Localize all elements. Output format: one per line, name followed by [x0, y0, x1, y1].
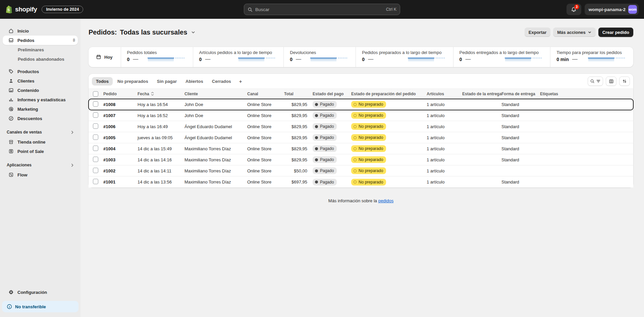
- sidebar-item-settings[interactable]: Configuración: [3, 287, 78, 297]
- learn-more-link[interactable]: pedidos: [378, 198, 394, 203]
- chevron-right-icon[interactable]: [70, 163, 74, 167]
- sidebar-item-descuentos[interactable]: Descuentos: [3, 114, 78, 123]
- order-row-1002[interactable]: #100214 dic a las 14:11Maximiliano Torre…: [89, 165, 633, 176]
- date-range-button[interactable]: Hoy: [89, 47, 121, 67]
- sidebar-item-informes-y-estad-sticas[interactable]: Informes y estadísticas: [3, 95, 78, 104]
- sidebar-item-productos[interactable]: Productos: [3, 67, 78, 76]
- plan-banner[interactable]: No transferible: [2, 301, 78, 312]
- metric-trend-dash: —: [572, 56, 578, 62]
- metric-5[interactable]: Pedidos entregados a lo largo del tiempo…: [453, 47, 550, 67]
- metric-1[interactable]: Pedidos totales0—: [121, 47, 193, 67]
- tab-cerrados[interactable]: Cerrados: [208, 77, 235, 86]
- sparkline-chart: [408, 56, 447, 62]
- shopify-logo[interactable]: S shopify: [5, 5, 37, 14]
- metric-3[interactable]: Devoluciones0—: [283, 47, 356, 67]
- channel-cell: Online Store: [247, 157, 284, 162]
- fulfillment-status-cell: No preparado: [351, 167, 427, 174]
- column-header[interactable]: Fecha: [138, 92, 184, 96]
- more-actions-button[interactable]: Más acciones: [553, 28, 596, 37]
- sort-carets-icon[interactable]: [151, 92, 154, 96]
- order-date-cell: Hoy a las 16:54: [138, 102, 184, 107]
- customer-cell: Ángel Eduardo Dudamel: [184, 135, 247, 140]
- order-date-cell: jueves a las 09:05: [138, 135, 184, 140]
- row-checkbox[interactable]: [93, 112, 98, 118]
- order-row-1008[interactable]: #1008Hoy a las 16:54John DoeOnline Store…: [89, 99, 633, 110]
- columns-icon: [609, 79, 614, 84]
- column-header[interactable]: Estado de preparación del pedido: [351, 92, 427, 96]
- order-row-1006[interactable]: #1006Hoy a las 16:49Ángel Eduardo Dudame…: [89, 121, 633, 132]
- sidebar-subitem-pedidos-abandonados[interactable]: Pedidos abandonados: [3, 54, 78, 64]
- metric-2[interactable]: Artículos pedidos a lo largo de tiempo0—: [193, 47, 284, 67]
- sidebar-item-contenido[interactable]: Contenido: [3, 86, 78, 95]
- sidebar-item-tienda-online[interactable]: Tienda online: [3, 137, 78, 147]
- order-row-1004[interactable]: #100414 dic a las 15:49Maximiliano Torre…: [89, 143, 633, 154]
- sidebar: InicioPedidos8PreliminaresPedidos abando…: [0, 19, 80, 317]
- channel-cell: Online Store: [247, 102, 284, 107]
- sidebar-section-canales-de-ventas[interactable]: Canales de ventas: [3, 128, 78, 137]
- row-checkbox[interactable]: [93, 123, 98, 129]
- sidebar-item-label: Pedidos: [17, 38, 35, 43]
- sidebar-item-flow[interactable]: Flow: [3, 170, 78, 179]
- order-row-1001[interactable]: #100114 dic a las 13:56Maximiliano Torre…: [89, 176, 633, 188]
- export-button[interactable]: Exportar: [525, 28, 550, 37]
- notifications-button[interactable]: 3: [567, 4, 581, 15]
- metric-4[interactable]: Pedidos preparados a lo largo del tiempo…: [356, 47, 453, 67]
- create-order-button[interactable]: Crear pedido: [598, 28, 633, 37]
- sparkline-chart: [588, 56, 627, 62]
- sidebar-section-aplicaciones[interactable]: Aplicaciones: [3, 161, 78, 169]
- column-header[interactable]: Estado del pago: [313, 92, 351, 96]
- sidebar-item-marketing[interactable]: Marketing: [3, 104, 78, 114]
- row-checkbox[interactable]: [93, 135, 98, 140]
- row-checkbox[interactable]: [93, 157, 98, 162]
- add-view-tab-button[interactable]: +: [236, 77, 246, 85]
- global-search[interactable]: Ctrl K: [244, 4, 400, 15]
- column-header[interactable]: Artículos: [427, 92, 462, 96]
- order-row-1003[interactable]: #100314 dic a las 14:16Maximiliano Torre…: [89, 154, 633, 165]
- payment-status-badge: Pagado: [313, 179, 337, 186]
- payment-status-badge: Pagado: [313, 134, 337, 141]
- channel-cell: Online Store: [247, 179, 284, 184]
- open-circle-icon: [354, 169, 357, 172]
- sidebar-item-inicio[interactable]: Inicio: [3, 26, 78, 36]
- chevron-right-icon[interactable]: [70, 130, 74, 135]
- metric-6[interactable]: Tiempo para preparar los pedidos0 min—: [550, 47, 633, 67]
- column-header[interactable]: Etiquetas: [540, 92, 633, 96]
- sidebar-item-label: Inicio: [17, 29, 29, 34]
- row-checkbox[interactable]: [93, 101, 98, 107]
- tab-abiertos[interactable]: Abiertos: [181, 77, 207, 86]
- order-row-1007[interactable]: #1007Hoy a las 16:52John DoeOnline Store…: [89, 110, 633, 121]
- plan-banner-label: No transferible: [15, 304, 46, 309]
- search-filter-button[interactable]: [588, 76, 603, 86]
- sidebar-item-clientes[interactable]: Clientes: [3, 76, 78, 86]
- store-menu[interactable]: wompi-panama-2 wom: [585, 4, 639, 15]
- select-all-checkbox[interactable]: [93, 91, 98, 97]
- sidebar-item-point-of-sale[interactable]: Point of Sale: [3, 147, 78, 156]
- order-row-1005[interactable]: #1005jueves a las 09:05Ángel Eduardo Dud…: [89, 132, 633, 143]
- open-circle-icon: [354, 147, 357, 150]
- row-checkbox[interactable]: [93, 146, 98, 151]
- order-date-cell: 14 dic a las 15:49: [138, 146, 184, 151]
- column-header[interactable]: Pedido: [103, 92, 138, 96]
- search-input[interactable]: [255, 7, 383, 12]
- chevron-down-icon[interactable]: [191, 30, 196, 35]
- column-header[interactable]: Cliente: [184, 92, 247, 96]
- sidebar-item-label: Contenido: [17, 88, 39, 93]
- sort-button[interactable]: [619, 76, 630, 86]
- row-checkbox[interactable]: [93, 179, 98, 184]
- columns-button[interactable]: [606, 76, 616, 86]
- sidebar-item-pedidos[interactable]: Pedidos8: [3, 36, 78, 45]
- column-header[interactable]: Canal: [247, 92, 284, 96]
- metric-label: Devoluciones: [290, 50, 350, 55]
- metric-trend-dash: —: [368, 56, 373, 62]
- sidebar-subitem-preliminares[interactable]: Preliminares: [3, 45, 78, 54]
- tab-todos[interactable]: Todos: [92, 77, 113, 86]
- open-circle-icon: [354, 180, 357, 183]
- column-header[interactable]: Estado de la entrega: [462, 92, 501, 96]
- column-header[interactable]: Total: [284, 92, 313, 96]
- column-header[interactable]: Forma de entrega: [501, 92, 540, 96]
- fulfillment-status-badge: No preparado: [351, 123, 386, 130]
- channel-cell: Online Store: [247, 124, 284, 129]
- row-checkbox[interactable]: [93, 168, 98, 173]
- tab-sin-pagar[interactable]: Sin pagar: [153, 77, 181, 86]
- tab-no-preparados[interactable]: No preparados: [113, 77, 152, 86]
